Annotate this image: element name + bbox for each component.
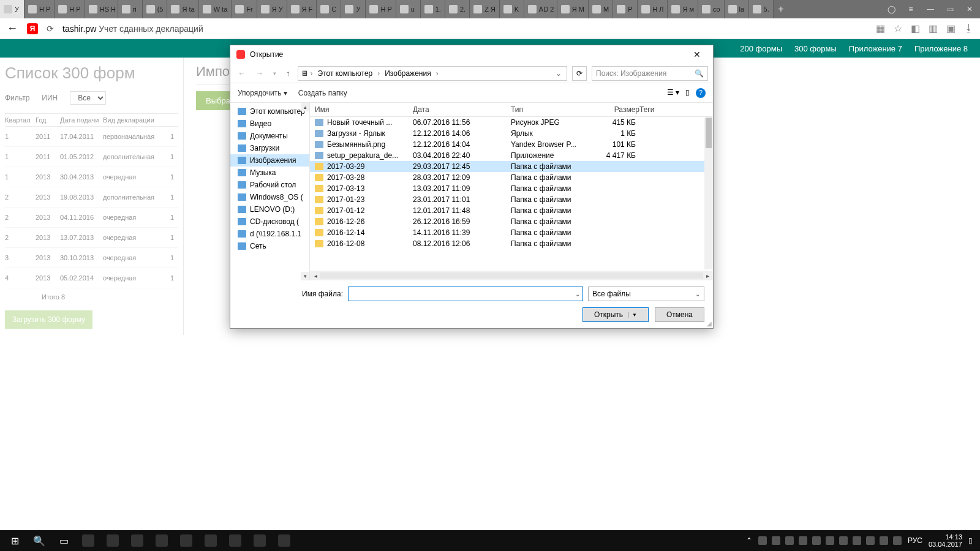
file-row[interactable]: 2017-01-1212.01.2017 11:48Папка с файлам… [310, 205, 713, 216]
extension-icon-3[interactable]: ▣ [946, 23, 956, 34]
browser-tab[interactable]: Я F [287, 0, 317, 18]
browser-tab[interactable]: Я М [557, 0, 589, 18]
tree-item[interactable]: Загрузки [230, 142, 309, 154]
new-tab-button[interactable]: + [774, 0, 788, 18]
col-date[interactable]: Дата [413, 105, 511, 114]
dialog-forward-button[interactable]: → [253, 67, 266, 79]
tree-item[interactable]: d (\\192.168.1.1 [230, 228, 309, 240]
downloads-icon[interactable]: ⭳ [964, 23, 974, 34]
file-row[interactable]: 2017-03-1313.03.2017 11:09Папка с файлам… [310, 183, 713, 194]
tree-item[interactable]: Рабочий стол [230, 179, 309, 191]
tray-icon[interactable] [839, 536, 848, 545]
start-button[interactable]: ⊞ [2, 530, 27, 551]
taskbar-clock[interactable]: 14:13 03.04.2017 [929, 533, 962, 548]
menu-icon[interactable]: ≡ [907, 5, 915, 13]
col-tags[interactable]: Теги [639, 105, 664, 114]
nav-link[interactable]: Приложение 8 [914, 44, 968, 53]
browser-tab[interactable]: Н P [366, 0, 396, 18]
table-row[interactable]: 3201330.10.2013очередная1 [5, 248, 178, 268]
dialog-history-dropdown[interactable]: ▾ [271, 69, 279, 78]
browser-tab[interactable]: HS Н [85, 0, 118, 18]
window-maximize-icon[interactable]: ▭ [946, 5, 954, 13]
file-list-hscrollbar[interactable]: ◂ ▸ [310, 271, 713, 280]
protect-icon[interactable]: ▦ [876, 23, 885, 34]
filter-select[interactable]: Все [70, 91, 106, 105]
browser-tab[interactable]: Я м [668, 0, 698, 18]
preview-pane-button[interactable]: ▯ [685, 88, 690, 98]
filename-dropdown[interactable]: ⌄ [575, 291, 580, 298]
keyboard-lang[interactable]: РУС [908, 536, 922, 545]
yandex-logo-icon[interactable]: Я [27, 23, 38, 34]
user-icon[interactable]: ◯ [887, 5, 895, 13]
taskbar-app-icon[interactable] [125, 530, 149, 551]
taskbar-app-icon[interactable] [149, 530, 174, 551]
file-row[interactable]: 2017-03-2828.03.2017 12:09Папка с файлам… [310, 172, 713, 183]
taskbar-app-icon[interactable] [100, 530, 125, 551]
open-button[interactable]: Открыть▼ [582, 307, 649, 322]
nav-link[interactable]: Приложение 7 [849, 44, 902, 53]
resize-grip-icon[interactable]: ◢ [707, 320, 712, 327]
notifications-icon[interactable]: ▯ [968, 536, 973, 545]
browser-tab[interactable]: Z Я [470, 0, 500, 18]
breadcrumb-dropdown[interactable]: ⌄ [553, 69, 564, 78]
tree-item[interactable]: Сеть [230, 240, 309, 252]
browser-tab[interactable]: Я У [257, 0, 287, 18]
browser-tab[interactable]: W ta [199, 0, 232, 18]
table-row[interactable]: 4201305.02.2014очередная1 [5, 268, 178, 288]
browser-tab[interactable]: Н P [55, 0, 85, 18]
load-300-button[interactable]: Загрузить 300 форму [5, 310, 92, 329]
tree-item[interactable]: LENOVO (D:) [230, 203, 309, 216]
browser-tab[interactable]: la [725, 0, 749, 18]
new-folder-button[interactable]: Создать папку [298, 89, 347, 97]
file-row[interactable]: Новый точечный ...06.07.2016 11:56Рисуно… [310, 117, 713, 128]
hscroll-right[interactable]: ▸ [703, 272, 712, 279]
tray-icon[interactable] [799, 536, 807, 545]
nav-link[interactable]: 200 формы [740, 44, 782, 53]
window-minimize-icon[interactable]: — [926, 5, 935, 13]
tree-item[interactable]: Музыка [230, 167, 309, 179]
dialog-refresh-button[interactable]: ⟳ [572, 66, 587, 81]
table-row[interactable]: 1201117.04.2011первоначальная1 [5, 127, 178, 147]
file-row[interactable]: 2016-12-0808.12.2016 12:06Папка с файлам… [310, 238, 713, 249]
file-list-vscrollbar[interactable] [704, 118, 713, 269]
browser-tab[interactable]: 5. [749, 0, 774, 18]
file-row[interactable]: 2016-12-1414.11.2016 11:39Папка с файлам… [310, 227, 713, 238]
open-split-dropdown[interactable]: ▼ [628, 312, 637, 318]
taskbar-app-icon[interactable] [223, 530, 247, 551]
col-size[interactable]: Размер [590, 105, 639, 114]
url-display[interactable]: tashir.pw Учет сданных деклараций [62, 24, 867, 34]
browser-tab[interactable]: У [341, 0, 366, 18]
dialog-close-button[interactable]: ✕ [687, 47, 707, 62]
taskbar-app-icon[interactable] [76, 530, 100, 551]
extension-icon-2[interactable]: ▥ [929, 23, 938, 34]
tray-icon[interactable] [758, 536, 767, 545]
folder-tree[interactable]: ▴ Этот компьютерВидеоДокументыЗагрузкиИз… [230, 103, 310, 280]
nav-link[interactable]: 300 формы [794, 44, 837, 53]
cancel-button[interactable]: Отмена [655, 307, 704, 322]
task-view-icon[interactable]: ▭ [51, 530, 76, 551]
col-type[interactable]: Тип [511, 105, 590, 114]
table-row[interactable]: 2201319.08.2013дополнительная1 [5, 187, 178, 208]
hscroll-left[interactable]: ◂ [311, 272, 320, 279]
browser-tab[interactable]: P [613, 0, 638, 18]
tree-item[interactable]: CD-дисковод ( [230, 216, 309, 228]
file-list-header[interactable]: Имя Дата Тип Размер Теги [310, 103, 713, 117]
taskbar-search-icon[interactable]: 🔍 [27, 530, 51, 551]
tray-icon[interactable] [880, 536, 888, 545]
browser-tab[interactable]: Я ta [167, 0, 198, 18]
dialog-up-button[interactable]: ↑ [284, 67, 293, 79]
crumb-pictures[interactable]: Изображения [382, 68, 433, 79]
taskbar-app-icon[interactable] [198, 530, 223, 551]
tree-item[interactable]: Этот компьютер [230, 105, 309, 118]
crumb-pc[interactable]: Этот компьютер [315, 68, 375, 79]
taskbar-app-icon[interactable] [174, 530, 198, 551]
extension-icon-1[interactable]: ◧ [911, 23, 920, 34]
tray-icon[interactable] [853, 536, 861, 545]
browser-tab[interactable]: Н Л [638, 0, 668, 18]
file-row[interactable]: 2017-03-2929.03.2017 12:45Папка с файлам… [310, 161, 713, 172]
file-row[interactable]: Загрузки - Ярлык12.12.2016 14:06Ярлык1 К… [310, 128, 713, 139]
dialog-back-button[interactable]: ← [235, 67, 248, 79]
browser-tab[interactable]: (5 [143, 0, 168, 18]
browser-tab[interactable]: Н P [24, 0, 55, 18]
browser-tab[interactable]: co [698, 0, 725, 18]
